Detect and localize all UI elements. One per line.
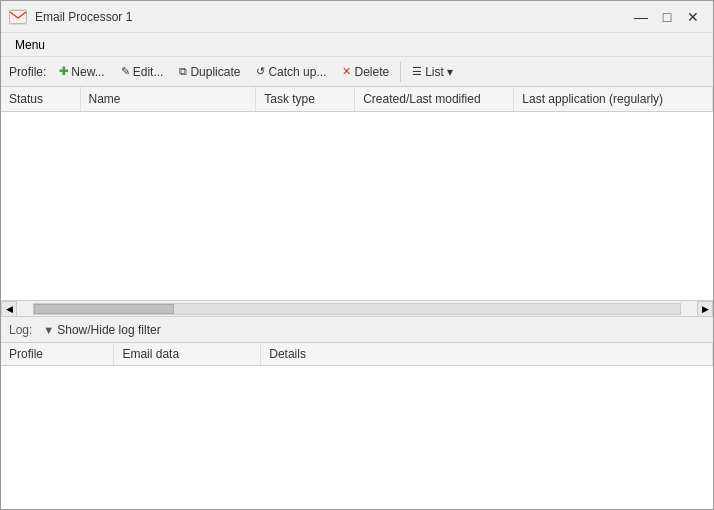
app-icon [9, 8, 27, 26]
edit-button[interactable]: ✎ Edit... [114, 60, 171, 84]
new-button-label: New... [71, 65, 104, 79]
log-col-details: Details [261, 343, 713, 366]
filter-button-label: Show/Hide log filter [57, 323, 160, 337]
col-created: Created/Last modified [355, 87, 514, 112]
profile-label: Profile: [9, 65, 46, 79]
upper-section: Status Name Task type Created/Last modif… [1, 87, 713, 317]
new-icon: ✚ [59, 65, 68, 78]
svg-rect-1 [10, 11, 26, 23]
minimize-button[interactable]: — [629, 7, 653, 27]
menu-item-menu[interactable]: Menu [9, 36, 51, 54]
col-tasktype: Task type [256, 87, 355, 112]
catchup-button[interactable]: ↺ Catch up... [249, 60, 333, 84]
log-col-emaildata: Email data [114, 343, 261, 366]
toolbar: Profile: ✚ New... ✎ Edit... ⧉ Duplicate … [1, 57, 713, 87]
catchup-icon: ↺ [256, 65, 265, 78]
scroll-right-arrow[interactable]: ▶ [697, 301, 713, 317]
title-bar: Email Processor 1 — □ ✕ [1, 1, 713, 33]
lower-section: Log: ▼ Show/Hide log filter Profile Emai… [1, 317, 713, 510]
edit-button-label: Edit... [133, 65, 164, 79]
new-button[interactable]: ✚ New... [52, 60, 111, 84]
duplicate-button-label: Duplicate [190, 65, 240, 79]
log-col-profile: Profile [1, 343, 114, 366]
delete-icon: ✕ [342, 65, 351, 78]
log-table: Profile Email data Details [1, 343, 713, 366]
profiles-table-container[interactable]: Status Name Task type Created/Last modif… [1, 87, 713, 301]
maximize-button[interactable]: □ [655, 7, 679, 27]
catchup-button-label: Catch up... [268, 65, 326, 79]
edit-icon: ✎ [121, 65, 130, 78]
col-name: Name [80, 87, 256, 112]
title-bar-left: Email Processor 1 [9, 8, 132, 26]
main-layout: Status Name Task type Created/Last modif… [1, 87, 713, 510]
window-controls: — □ ✕ [629, 7, 705, 27]
log-table-container[interactable]: Profile Email data Details [1, 343, 713, 510]
filter-icon: ▼ [43, 324, 54, 336]
col-lastapp: Last application (regularly) [514, 87, 713, 112]
list-button-label: List ▾ [425, 65, 453, 79]
window-title: Email Processor 1 [35, 10, 132, 24]
scrollbar-track[interactable] [33, 303, 681, 315]
scroll-left-arrow[interactable]: ◀ [1, 301, 17, 317]
toolbar-separator [400, 62, 401, 82]
show-hide-filter-button[interactable]: ▼ Show/Hide log filter [36, 320, 167, 340]
delete-button-label: Delete [354, 65, 389, 79]
log-label: Log: [9, 323, 32, 337]
duplicate-button[interactable]: ⧉ Duplicate [172, 60, 247, 84]
horizontal-scrollbar[interactable]: ◀ ▶ [1, 301, 713, 317]
col-status: Status [1, 87, 80, 112]
duplicate-icon: ⧉ [179, 65, 187, 78]
menu-bar: Menu [1, 33, 713, 57]
list-icon: ☰ [412, 65, 422, 78]
log-header: Log: ▼ Show/Hide log filter [1, 317, 713, 343]
delete-button[interactable]: ✕ Delete [335, 60, 396, 84]
close-button[interactable]: ✕ [681, 7, 705, 27]
scrollbar-thumb[interactable] [34, 304, 174, 314]
list-button[interactable]: ☰ List ▾ [405, 60, 460, 84]
profiles-table: Status Name Task type Created/Last modif… [1, 87, 713, 112]
